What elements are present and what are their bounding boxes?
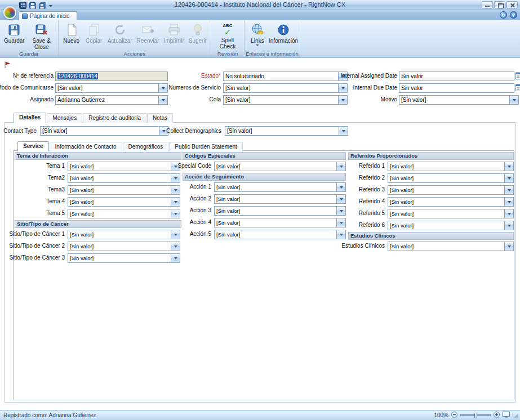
zoom-out-button[interactable] [451,412,457,419]
zoom-slider[interactable] [460,414,491,416]
dropdown-arrow-icon[interactable] [171,254,180,262]
sync-icon[interactable] [500,11,507,19]
tema-3-dropdown[interactable]: [Sin valor] [68,185,180,195]
dropdown-arrow-icon[interactable] [336,230,345,239]
dropdown-arrow-icon[interactable] [509,96,518,104]
estudios-clinicos-value: [Sin valor] [390,242,503,251]
help-icon[interactable] [510,11,517,19]
actualizar-button[interactable]: Actualizar [105,21,135,50]
copiar-button[interactable]: Copiar [83,21,105,50]
tab-informacion-de-contacto[interactable]: Información de Contacto [50,142,122,151]
dropdown-arrow-icon[interactable] [171,174,180,182]
dropdown-arrow-icon[interactable] [504,221,513,230]
contact-type-dropdown[interactable]: [Sin valor] [40,126,168,136]
dropdown-arrow-icon[interactable] [158,84,167,92]
nuevo-button[interactable]: Nuevo [60,21,83,50]
referido-2-dropdown[interactable]: [Sin valor] [388,173,514,183]
accion-1-dropdown[interactable]: [Sin valor] [214,182,346,192]
estudios-clinicos-dropdown[interactable]: [Sin valor] [388,242,514,251]
calendar-icon[interactable] [515,72,520,80]
dropdown-arrow-icon[interactable] [339,127,348,135]
referido-4-dropdown[interactable]: [Sin valor] [388,197,514,207]
dropdown-arrow-icon[interactable] [171,186,180,194]
section-codigos-especiales: Códigos Especiales [183,152,346,160]
close-button[interactable] [506,1,518,8]
sitio-2-dropdown[interactable]: [Sin valor] [68,242,180,251]
sitio-1-dropdown[interactable]: [Sin valor] [68,230,180,239]
reenviar-button[interactable]: Reenviar [135,21,162,50]
minimize-button[interactable] [482,1,493,8]
dropdown-arrow-icon[interactable] [171,209,180,218]
internal-assigned-date-field[interactable]: Sin valor [399,72,514,81]
sitio-3-dropdown[interactable]: [Sin valor] [68,253,180,263]
motivo-dropdown[interactable]: [Sin valor] [399,95,519,105]
sugerir-button[interactable]: Sugerir [186,21,209,50]
tab-mensajes[interactable]: Mensajes [47,113,82,123]
accion-2-dropdown[interactable]: [Sin valor] [214,194,346,204]
referido-6-dropdown[interactable]: [Sin valor] [388,221,514,230]
guardar-button[interactable]: Guardar [2,21,27,50]
save-and-close-button[interactable]: Save & Close [27,21,56,50]
tab-demograficos[interactable]: Demográficos [123,142,169,151]
dropdown-arrow-icon[interactable] [504,209,513,218]
numeros-servicio-dropdown[interactable]: [Sin valor] [223,83,348,93]
tab-registro-auditoria[interactable]: Registro de auditoría [83,113,146,123]
dropdown-arrow-icon[interactable] [158,96,167,104]
dropdown-arrow-icon[interactable] [504,186,513,194]
dropdown-arrow-icon[interactable] [504,242,513,251]
application-menu-orb[interactable] [3,6,16,19]
accion-5-dropdown[interactable]: [Sin valor] [214,230,346,239]
informacion-button[interactable]: Información [269,21,298,50]
accion-4-dropdown[interactable]: [Sin valor] [214,218,346,227]
reference-number-field[interactable]: 120426-000414 [55,72,168,81]
dropdown-arrow-icon[interactable] [336,195,345,203]
links-globe-icon [251,23,264,37]
dropdown-arrow-icon[interactable] [336,218,345,227]
fit-window-icon[interactable] [503,412,510,419]
tab-notas[interactable]: Notas [147,113,173,123]
zoom-slider-thumb[interactable] [474,413,477,418]
links-button[interactable]: Links [246,21,269,50]
dropdown-arrow-icon[interactable] [171,230,180,239]
internal-due-date-field[interactable]: Sin valor [399,83,514,93]
referido-3-dropdown[interactable]: [Sin valor] [388,185,514,195]
zoom-in-button[interactable] [494,412,500,419]
dropdown-arrow-icon[interactable] [171,242,180,251]
accion-3-dropdown[interactable]: [Sin valor] [214,206,346,216]
dropdown-arrow-icon[interactable] [504,174,513,182]
tema-5-dropdown[interactable]: [Sin valor] [68,209,180,218]
referido-5-dropdown[interactable]: [Sin valor] [388,209,514,218]
special-code-dropdown[interactable]: [Sin valor] [214,162,346,171]
estado-dropdown[interactable]: No solucionado [223,72,348,81]
tema-1-dropdown[interactable]: [Sin valor] [68,162,180,171]
flag-icon[interactable] [4,61,11,70]
modo-comunicarse-dropdown[interactable]: [Sin valor] [55,83,168,93]
tab-pagina-de-inicio[interactable]: Página de inicio [19,11,77,20]
referido-1-dropdown[interactable]: [Sin valor] [388,162,514,171]
collect-demographics-dropdown[interactable]: [Sin valor] [225,126,348,136]
calendar-icon[interactable] [515,84,520,92]
dropdown-arrow-icon[interactable] [336,183,345,191]
tab-detalles[interactable]: Detalles [14,113,46,123]
dropdown-arrow-icon[interactable] [338,84,347,92]
dropdown-arrow-icon[interactable] [171,198,180,206]
tema-2-dropdown[interactable]: [Sin valor] [68,173,180,183]
dropdown-arrow-icon[interactable] [504,198,513,206]
main-tab-bar: Detalles Mensajes Registro de auditoría … [14,113,174,123]
imprimir-button[interactable]: Imprimir [162,21,186,50]
tab-public-burden-statement[interactable]: Public Burden Statement [169,142,243,151]
dropdown-arrow-icon[interactable] [504,162,513,171]
qat-customize-caret-icon[interactable] [49,5,52,9]
maximize-button[interactable] [494,1,505,8]
cola-dropdown[interactable]: [Sin valor] [223,95,348,105]
tema-4-dropdown[interactable]: [Sin valor] [68,197,180,207]
dropdown-arrow-icon[interactable] [338,96,347,104]
asignado-dropdown[interactable]: Adrianna Gutierrez [55,95,168,105]
ribbon-group-revision: ABC✓ Spell Check Revisión [211,20,245,57]
spell-check-button[interactable]: ABC✓ Spell Check [213,21,242,50]
dropdown-arrow-icon[interactable] [336,207,345,215]
zoom-level: 100% [434,412,448,418]
resize-grip[interactable] [513,413,518,418]
tab-service[interactable]: Service [17,141,49,151]
dropdown-arrow-icon[interactable] [336,162,345,171]
